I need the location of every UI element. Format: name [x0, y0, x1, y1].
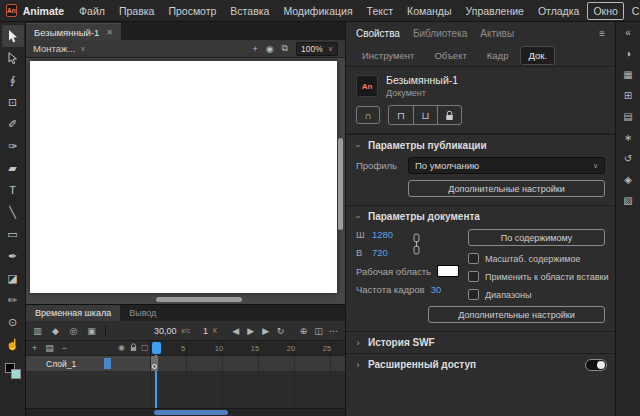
show-hide-column-icon[interactable]: ◉ [118, 343, 125, 352]
timeline-scrollbar-thumb[interactable] [154, 410, 228, 415]
height-value[interactable]: 720 [372, 247, 388, 258]
menu-insert[interactable]: Вставка [224, 2, 275, 20]
subtab-doc[interactable]: Док. [520, 46, 555, 65]
collapse-panels-icon[interactable]: « [625, 27, 631, 38]
lasso-tool[interactable]: ∮ [2, 69, 24, 91]
classic-brush-tool[interactable]: ✑ [2, 135, 24, 157]
eraser-tool[interactable]: ▰ [2, 157, 24, 179]
subselection-tool[interactable] [2, 47, 24, 69]
edit-symbols-icon[interactable]: ⧉ [282, 43, 288, 54]
step-back-icon[interactable]: ◀ [228, 326, 243, 336]
tab-output[interactable]: Вывод [120, 305, 165, 321]
play-icon[interactable]: ▶ [243, 326, 258, 336]
stage-color-swatch[interactable] [437, 265, 459, 277]
snap-align-icon[interactable]: ⊓ [389, 106, 413, 124]
align-panel-icon[interactable]: ⊞ [624, 90, 632, 101]
lock-column-icon[interactable] [130, 343, 137, 354]
document-advanced-settings-button[interactable]: Дополнительные настройки [428, 306, 605, 323]
ranges-checkbox[interactable] [468, 289, 479, 300]
loop-icon[interactable]: ↻ [273, 326, 288, 336]
subtab-frame[interactable]: Кадр [479, 46, 517, 65]
pasteboard[interactable] [26, 58, 345, 304]
section-swf-history[interactable]: › История SWF [346, 331, 615, 353]
insert-frame-icon[interactable]: ▥ [30, 326, 45, 336]
layer-color-swatch[interactable] [104, 358, 111, 369]
tab-assets[interactable]: Активы [480, 28, 514, 39]
layer-name-cell[interactable]: Слой_1 [26, 356, 151, 371]
timeline-more-icon[interactable]: ⋯ [326, 326, 341, 336]
zoom-tool[interactable]: ⊙ [2, 311, 24, 333]
document-tab[interactable]: Безымянный-1 ✕ [26, 23, 121, 40]
subtab-object[interactable]: Объект [426, 46, 474, 65]
accessibility-toggle[interactable] [585, 359, 607, 371]
center-stage-icon[interactable]: + [252, 44, 257, 54]
text-tool[interactable]: T [2, 179, 24, 201]
edit-multiple-frames-icon[interactable]: ▣ [84, 326, 99, 336]
menu-edit[interactable]: Правка [113, 2, 160, 20]
onion-skin-outlines-icon[interactable]: ◫ [311, 326, 326, 336]
playhead[interactable] [152, 342, 161, 354]
stage[interactable] [30, 61, 337, 293]
section-accessibility[interactable]: › Расширенный доступ [346, 353, 615, 375]
zoom-select[interactable]: 100% ∨ [296, 42, 338, 56]
tab-timeline[interactable]: Временная шкала [26, 305, 120, 321]
menu-text[interactable]: Текст [361, 2, 399, 20]
publish-advanced-settings-button[interactable]: Дополнительные настройки [408, 180, 605, 197]
menu-help[interactable]: Справка [626, 2, 640, 20]
step-forward-icon[interactable]: ▶ [258, 326, 273, 336]
color-panel-icon[interactable]: ◑ [625, 48, 631, 59]
scene-chevron-icon[interactable]: ∨ [80, 45, 85, 53]
menu-control[interactable]: Управление [460, 2, 530, 20]
current-frame-value[interactable]: 1 [203, 326, 208, 336]
tab-properties[interactable]: Свойства [356, 28, 400, 39]
transform-panel-icon[interactable]: ▧ [623, 195, 632, 206]
pen-tool[interactable]: ✒ [2, 245, 24, 267]
canvas-hscroll-thumb[interactable] [156, 297, 242, 302]
canvas-vertical-scrollbar[interactable] [338, 60, 343, 292]
snap-magnet-icon[interactable]: ∩ [356, 106, 380, 124]
panel-menu-icon[interactable]: ≡ [599, 28, 605, 39]
layer-row[interactable]: Слой_1 [26, 356, 345, 372]
outline-column-icon[interactable]: ▢ [141, 343, 149, 352]
onion-skin-icon[interactable]: ◎ [66, 326, 81, 336]
profile-dropdown[interactable]: По умолчанию ∨ [408, 157, 605, 174]
add-folder-icon[interactable]: ▤ [45, 343, 54, 353]
canvas-vscroll-thumb[interactable] [338, 138, 343, 230]
components-panel-icon[interactable]: ◈ [624, 174, 632, 185]
menu-modify[interactable]: Модификация [277, 2, 358, 20]
lock-guides-icon[interactable] [437, 106, 461, 124]
free-transform-tool[interactable]: ⊡ [2, 91, 24, 113]
camera-icon[interactable]: ◉ [266, 44, 274, 54]
menu-view[interactable]: Просмотр [162, 2, 222, 20]
menu-debug[interactable]: Отладка [532, 2, 586, 20]
section-publish-settings[interactable]: › Параметры публикации [346, 134, 615, 156]
tab-library[interactable]: Библиотека [413, 28, 467, 39]
brush-library-panel-icon[interactable]: ∗ [624, 132, 632, 143]
fill-color-swatch[interactable] [11, 369, 21, 379]
frame-rate-value[interactable]: 30,00 [154, 326, 177, 336]
frame-ruler[interactable]: 5 10 15 20 25 [151, 341, 345, 355]
delete-layer-icon[interactable]: − [62, 343, 67, 353]
match-contents-button[interactable]: По содержимому [468, 229, 605, 246]
link-dimensions-icon[interactable] [412, 233, 421, 257]
layer-frames-track[interactable] [151, 356, 345, 371]
center-frame-icon[interactable]: ⊕ [296, 326, 311, 336]
scene-breadcrumb[interactable]: Монтаж... [33, 43, 75, 54]
color-swatches[interactable] [5, 363, 21, 379]
hand-tool[interactable]: ☝ [2, 333, 24, 355]
fluid-brush-tool[interactable]: ✐ [2, 113, 24, 135]
selection-tool[interactable] [2, 25, 24, 47]
width-value[interactable]: 1280 [372, 229, 393, 240]
rectangle-tool[interactable]: ▭ [2, 223, 24, 245]
subtab-tool[interactable]: Инструмент [354, 46, 422, 65]
empty-keyframe[interactable] [151, 356, 158, 371]
paint-bucket-tool[interactable]: ◪ [2, 267, 24, 289]
scale-content-checkbox[interactable] [468, 253, 479, 264]
layer-name[interactable]: Слой_1 [46, 359, 76, 369]
auto-keyframe-icon[interactable]: ◆ [48, 326, 63, 336]
add-layer-icon[interactable]: + [32, 343, 37, 353]
menu-window[interactable]: Окно [587, 2, 623, 20]
snap-objects-icon[interactable]: ⊔ [413, 106, 437, 124]
timeline-horizontal-scrollbar[interactable] [26, 408, 345, 416]
document-close-icon[interactable]: ✕ [106, 28, 113, 37]
